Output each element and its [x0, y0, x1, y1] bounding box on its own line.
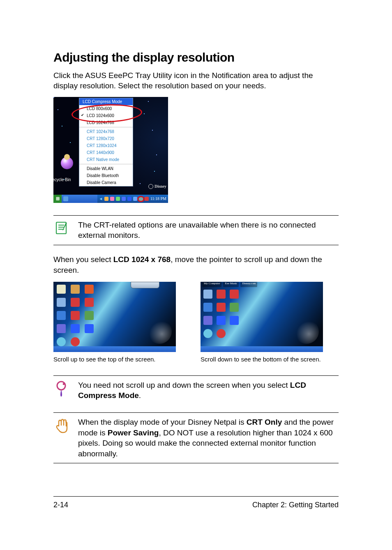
disney-logo: Disney [148, 184, 166, 189]
taskbar: ⊞ ◂ 11:18 PM [53, 195, 168, 203]
svg-rect-0 [56, 222, 66, 234]
menu-disable-bluetooth[interactable]: Disable Bluetooth [79, 172, 133, 179]
taskbar-clock: 11:18 PM [150, 196, 166, 201]
svg-point-4 [57, 382, 65, 390]
menu-crt-1024x768: CRT 1024x768 [79, 128, 133, 135]
screenshot-caption-a: Scroll up to see the top of the screen. [53, 355, 176, 364]
desktop-icon-ball [61, 157, 73, 169]
menu-crt-1280x720: CRT 1280x720 [79, 135, 133, 142]
chapter-title: Chapter 2: Getting Started [252, 500, 339, 510]
caution-hand-icon [53, 417, 71, 459]
recycle-bin-label: ecycle Bin [53, 177, 71, 182]
note-text: When the display mode of your Disney Net… [78, 417, 339, 459]
page-footer: 2-14 Chapter 2: Getting Started [53, 496, 339, 510]
tray-utility-icon[interactable] [145, 197, 149, 201]
tray-icon[interactable] [104, 197, 108, 201]
system-tray: ◂ 11:18 PM [97, 195, 168, 203]
tray-icon[interactable] [122, 197, 126, 201]
tray-icon[interactable] [110, 197, 114, 201]
screenshot-scroll-up [53, 282, 176, 352]
screenshot-caption-b: Scroll down to see the bottom of the scr… [201, 355, 323, 364]
annotation-circle-trayicon [137, 196, 145, 202]
menu-crt-native: CRT Native mode [79, 156, 133, 163]
svg-point-5 [63, 383, 65, 385]
intro-paragraph: Click the ASUS EeePC Tray Utility icon i… [53, 70, 339, 91]
note-text: You need not scroll up and down the scre… [78, 380, 339, 401]
note-crt-only-warning: When the display mode of your Disney Net… [53, 412, 339, 464]
start-button[interactable]: ⊞ [53, 195, 62, 203]
note-icon [53, 220, 71, 241]
menu-crt-1280x1024: CRT 1280x1024 [79, 142, 133, 149]
menu-disable-camera[interactable]: Disable Camera [79, 179, 133, 186]
menu-crt-1440x900: CRT 1440x900 [79, 149, 133, 156]
tray-icon[interactable] [133, 197, 137, 201]
page-number: 2-14 [53, 500, 68, 510]
tip-icon [53, 380, 71, 401]
tray-icon[interactable] [116, 197, 120, 201]
scroll-instruction: When you select LCD 1024 x 768, move the… [53, 254, 339, 275]
tray-expand-arrow[interactable]: ◂ [99, 196, 103, 201]
screenshot-row: Scroll up to see the top of the screen. … [53, 282, 339, 364]
note-text: The CRT-related options are unavailable … [78, 220, 339, 241]
tray-screenshot: ecycle Bin Disney LCD Compress Mode LCD … [53, 97, 168, 203]
tray-icon[interactable] [127, 197, 131, 201]
note-crt-unavailable: The CRT-related options are unavailable … [53, 215, 339, 245]
menu-disable-wlan[interactable]: Disable WLAN [79, 165, 133, 172]
note-compress-mode: You need not scroll up and down the scre… [53, 375, 339, 403]
screenshot-scroll-down: My Computer Eee Music Disney.com [201, 282, 323, 352]
page-heading: Adjusting the display resolution [53, 49, 339, 66]
